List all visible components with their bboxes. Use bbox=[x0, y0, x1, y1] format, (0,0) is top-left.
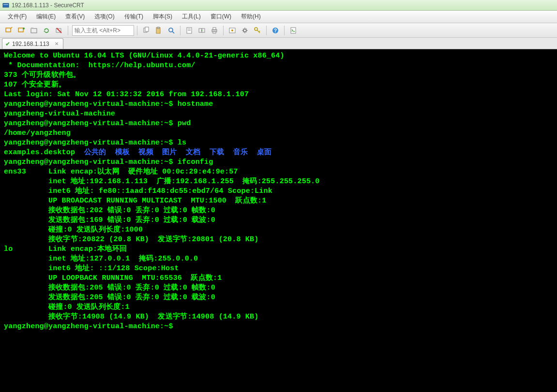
app-icon bbox=[2, 1, 10, 9]
terminal-line: UP BROADCAST RUNNING MULTICAST MTU:1500 … bbox=[4, 196, 553, 206]
terminal-line: yangzheng@yangzheng-virtual-machine:~$ i… bbox=[4, 158, 553, 167]
window-title: 192.168.1.113 - SecureCRT bbox=[12, 2, 84, 9]
terminal-line: * Documentation: https://help.ubuntu.com… bbox=[4, 61, 553, 71]
toolbar-separator bbox=[180, 26, 181, 35]
terminal-line: yangzheng@yangzheng-virtual-machine:~$ p… bbox=[4, 119, 553, 129]
terminal-line: 接收数据包:202 错误:0 丢弃:0 过载:0 帧数:0 bbox=[4, 206, 553, 216]
tab-bar: ✔ 192.168.1.113 ✕ bbox=[0, 38, 557, 49]
find-icon[interactable] bbox=[166, 25, 177, 36]
tab-connected-icon: ✔ bbox=[5, 41, 10, 47]
menu-options[interactable]: 选项(O) bbox=[90, 12, 119, 22]
terminal-line: inet 地址:192.168.1.113 广播:192.168.1.255 掩… bbox=[4, 177, 553, 187]
toolbar: ? bbox=[0, 23, 557, 38]
terminal-line: ens33 Link encap:以太网 硬件地址 00:0c:29:e4:9e… bbox=[4, 167, 553, 177]
script-icon[interactable] bbox=[287, 25, 299, 36]
svg-rect-2 bbox=[6, 28, 11, 32]
copy-icon[interactable] bbox=[140, 25, 152, 36]
toolbar-separator bbox=[68, 26, 68, 35]
terminal-line: 接收数据包:205 错误:0 丢弃:0 过载:0 帧数:0 bbox=[4, 283, 553, 293]
print-icon[interactable] bbox=[209, 25, 220, 36]
terminal-line: 碰撞:0 发送队列长度:1000 bbox=[4, 225, 553, 235]
menu-help[interactable]: 帮助(H) bbox=[236, 12, 266, 22]
terminal-pane[interactable]: Welcome to Ubuntu 16.04 LTS (GNU/Linux 4… bbox=[0, 49, 557, 392]
svg-point-13 bbox=[169, 28, 173, 32]
terminal-line: 373 个可升级软件包。 bbox=[4, 71, 553, 80]
toolbar-separator bbox=[223, 26, 224, 35]
terminal-ls-line: examples.desktop 公共的 模板 视频 图片 文档 下载 音乐 桌… bbox=[4, 148, 553, 158]
menu-view[interactable]: 查看(V) bbox=[60, 12, 90, 22]
terminal-line: 发送数据包:169 错误:0 丢弃:0 过载:0 载波:0 bbox=[4, 216, 553, 225]
connect-bar-icon[interactable] bbox=[15, 25, 27, 36]
options-icon[interactable] bbox=[226, 25, 238, 36]
tab-label: 192.168.1.113 bbox=[12, 41, 49, 47]
svg-rect-3 bbox=[18, 28, 23, 32]
svg-rect-22 bbox=[213, 32, 216, 33]
window-titlebar: 192.168.1.113 - SecureCRT bbox=[0, 0, 557, 11]
terminal-line: inet6 地址: fe80::1aad:f148:dc55:ebd7/64 S… bbox=[4, 187, 553, 196]
terminal-line: yangzheng@yangzheng-virtual-machine:~$ h… bbox=[4, 100, 553, 109]
menu-file[interactable]: 文件(F) bbox=[3, 12, 31, 22]
svg-rect-5 bbox=[31, 29, 37, 33]
svg-line-14 bbox=[172, 31, 174, 33]
svg-point-4 bbox=[23, 28, 25, 29]
svg-point-24 bbox=[231, 29, 233, 31]
svg-rect-10 bbox=[145, 27, 149, 31]
terminal-prompt: yangzheng@yangzheng-virtual-machine:~$ bbox=[4, 322, 553, 332]
svg-rect-0 bbox=[3, 3, 9, 7]
session-tab[interactable]: ✔ 192.168.1.113 ✕ bbox=[2, 38, 63, 49]
svg-rect-20 bbox=[212, 29, 217, 32]
terminal-line: lo Link encap:本地环回 bbox=[4, 245, 553, 254]
svg-point-25 bbox=[243, 29, 246, 32]
settings-icon[interactable] bbox=[239, 25, 251, 36]
toolbar-separator bbox=[137, 26, 137, 35]
tab-close-icon[interactable]: ✕ bbox=[53, 41, 60, 47]
menu-transfer[interactable]: 传输(T) bbox=[120, 12, 148, 22]
menu-edit[interactable]: 编辑(E) bbox=[31, 12, 60, 22]
key-icon[interactable] bbox=[252, 25, 263, 36]
terminal-line: yangzheng-virtual-machine bbox=[4, 109, 553, 119]
help-icon[interactable]: ? bbox=[270, 25, 281, 36]
disconnect-icon[interactable] bbox=[53, 25, 65, 36]
quick-connect-icon[interactable] bbox=[3, 25, 15, 36]
terminal-line: 接收字节:14908 (14.9 KB) 发送字节:14908 (14.9 KB… bbox=[4, 312, 553, 322]
properties-icon[interactable] bbox=[183, 25, 195, 36]
svg-rect-1 bbox=[3, 4, 8, 5]
terminal-line: inet6 地址: ::1/128 Scope:Host bbox=[4, 264, 553, 274]
connect-tab-icon[interactable] bbox=[28, 25, 40, 36]
toolbar-separator bbox=[266, 26, 267, 35]
terminal-line: 发送数据包:205 错误:0 丢弃:0 过载:0 载波:0 bbox=[4, 293, 553, 303]
host-input[interactable] bbox=[72, 25, 134, 36]
svg-rect-21 bbox=[213, 28, 216, 29]
terminal-line: 107 个安全更新。 bbox=[4, 80, 553, 90]
svg-rect-6 bbox=[31, 28, 33, 29]
menu-window[interactable]: 窗口(W) bbox=[206, 12, 236, 22]
svg-rect-12 bbox=[157, 27, 159, 29]
terminal-line: inet 地址:127.0.0.1 掩码:255.0.0.0 bbox=[4, 254, 553, 264]
reconnect-icon[interactable] bbox=[41, 25, 52, 36]
svg-rect-29 bbox=[291, 28, 296, 33]
toolbar-separator bbox=[284, 26, 285, 35]
menu-bar: 文件(F) 编辑(E) 查看(V) 选项(O) 传输(T) 脚本(S) 工具(L… bbox=[0, 11, 557, 23]
terminal-line: 接收字节:20822 (20.8 KB) 发送字节:20801 (20.8 KB… bbox=[4, 235, 553, 245]
terminal-line: 碰撞:0 发送队列长度:1 bbox=[4, 303, 553, 312]
paste-icon[interactable] bbox=[153, 25, 165, 36]
terminal-line: yangzheng@yangzheng-virtual-machine:~$ l… bbox=[4, 138, 553, 148]
svg-text:?: ? bbox=[274, 28, 277, 33]
terminal-line: UP LOOPBACK RUNNING MTU:65536 跃点数:1 bbox=[4, 274, 553, 283]
terminal-line: /home/yangzheng bbox=[4, 129, 553, 138]
menu-tools[interactable]: 工具(L) bbox=[177, 12, 206, 22]
send-icon[interactable] bbox=[196, 25, 208, 36]
terminal-line: Last login: Sat Nov 12 01:32:32 2016 fro… bbox=[4, 90, 553, 100]
terminal-line: Welcome to Ubuntu 16.04 LTS (GNU/Linux 4… bbox=[4, 51, 553, 61]
menu-script[interactable]: 脚本(S) bbox=[148, 12, 177, 22]
